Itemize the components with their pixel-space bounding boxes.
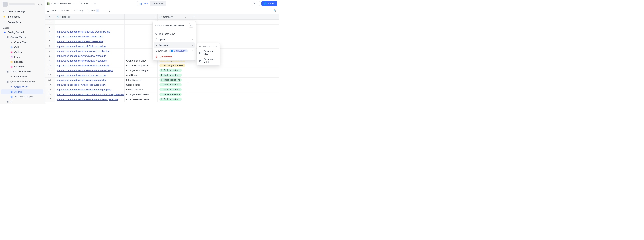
chevron-down-icon[interactable]: ⌄ <box>38 3 39 6</box>
table-row[interactable]: 17https://docs.nocodb.com/table-operatio… <box>45 97 279 102</box>
breadcrumb-base[interactable]: Quick Reference L... <box>53 2 75 5</box>
link[interactable]: https://docs.nocodb.com/views/view-types… <box>56 54 106 57</box>
table-row[interactable]: 16https://docs.nocodb.com/fields/actions… <box>45 92 279 97</box>
tree-d[interactable]: ▦ D <box>1 99 44 104</box>
tree-all-links[interactable]: ▦ All links <box>1 90 44 94</box>
cell-category[interactable]: 3. Table operations <box>158 97 188 102</box>
cell-mid[interactable]: Add Records <box>124 73 158 78</box>
column-header-category[interactable]: ◯ Category ⌄ <box>158 14 188 20</box>
table-row[interactable]: 15https://docs.nocodb.com/table-operatio… <box>45 87 279 92</box>
link[interactable]: https://docs.nocodb.com/views/view-types… <box>56 64 109 67</box>
cell-quicklink[interactable]: https://docs.nocodb.com/records/create-r… <box>55 73 124 78</box>
link[interactable]: https://docs.nocodb.com/bases/create-bas… <box>56 35 103 38</box>
cell-quicklink[interactable] <box>55 20 124 24</box>
cell-quicklink[interactable]: https://docs.nocodb.com/table-operations… <box>55 68 124 72</box>
cell-mid[interactable]: Filter Records <box>124 78 158 82</box>
menu-delete-view[interactable]: 🗑 Delete view <box>154 54 195 59</box>
cell-mid[interactable]: Create Gallery View <box>124 63 158 68</box>
cell-quicklink[interactable]: https://docs.nocodb.com/tables/create-ta… <box>55 39 124 44</box>
menu-download-excel[interactable]: ▦ Download Excel <box>197 56 220 64</box>
cell-category[interactable]: 3. Table operations <box>158 73 188 78</box>
cell-quicklink[interactable]: https://docs.nocodb.com/table-operations… <box>55 97 124 102</box>
cell-quicklink[interactable]: https://docs.nocodb.com/views/view-types… <box>55 54 124 58</box>
table-row[interactable]: 13https://docs.nocodb.com/table-operatio… <box>45 78 279 82</box>
tree-keyboard-shortcuts[interactable]: ▦ Keyboard Shortcuts <box>1 69 44 74</box>
chevron-down-icon[interactable]: ⌄ <box>154 16 156 18</box>
toolbar-more[interactable]: ⋮ <box>108 9 111 12</box>
link[interactable]: https://docs.nocodb.com/fields/actions-o… <box>56 93 124 96</box>
cell-quicklink[interactable] <box>55 24 124 29</box>
cell-mid[interactable]: Sort Records <box>124 82 158 87</box>
tree-quick-ref-links[interactable]: ▦ Quick Reference Links <box>1 79 44 84</box>
toolbar-sort[interactable]: ⇅ Sort 1 <box>88 9 100 12</box>
tab-data[interactable]: ▦ Data <box>137 1 150 6</box>
table-row[interactable]: 11https://docs.nocodb.com/table-operatio… <box>45 68 279 73</box>
cell-mid[interactable]: Group Records <box>124 87 158 92</box>
copy-view-id-button[interactable]: ⧉ <box>189 23 194 28</box>
cell-quicklink[interactable]: https://docs.nocodb.com/fields/fields-ov… <box>55 44 124 48</box>
cell-quicklink[interactable]: https://docs.nocodb.com/table-operations… <box>55 87 124 92</box>
link[interactable]: https://docs.nocodb.com/table-operations… <box>56 84 105 86</box>
toolbar-fields[interactable]: ☰ Fields <box>47 9 57 12</box>
link[interactable]: https://docs.nocodb.com/views/view-types… <box>56 50 110 52</box>
link[interactable]: https://docs.nocodb.com/table-operations… <box>56 79 106 81</box>
column-header-hidden[interactable]: ⌄ <box>124 14 158 20</box>
tree-create-view-3[interactable]: ＋ Create View <box>1 84 44 90</box>
column-header-quicklink[interactable]: 🔗 Quick link <box>55 14 124 20</box>
link[interactable]: https://docs.nocodb.com/views/view-types… <box>56 59 107 62</box>
cell-quicklink[interactable]: https://docs.nocodb.com/table-operations… <box>55 78 124 82</box>
menu-duplicate-view[interactable]: ⧉ Duplicate view <box>154 31 195 37</box>
cell-quicklink[interactable]: https://docs.nocodb.com/fields/actions-o… <box>55 92 124 97</box>
tree-create-view-1[interactable]: ＋ Create View <box>1 40 44 45</box>
link[interactable]: https://docs.nocodb.com/tables/create-ta… <box>56 40 103 43</box>
tab-details[interactable]: ⚙ Details <box>150 1 166 6</box>
cell-category[interactable]: 2. Working with Views <box>158 63 188 68</box>
menu-upload[interactable]: ⤴ Upload › <box>154 37 195 42</box>
toolbar-search[interactable]: 🔍 <box>274 9 276 12</box>
command-k-button[interactable]: ⌘ K <box>252 1 260 6</box>
tree-kanban[interactable]: ▥ Kanban <box>1 59 44 64</box>
refresh-icon[interactable]: ↻ <box>94 2 96 5</box>
share-button[interactable]: 🌐 Share <box>261 1 277 6</box>
cell-category[interactable]: 3. Table operations <box>158 87 188 92</box>
cell-quicklink[interactable]: https://docs.nocodb.com/views/view-types… <box>55 58 124 63</box>
link[interactable]: https://docs.nocodb.com/table-operations… <box>56 98 118 101</box>
cell-category[interactable]: 3. Table operations <box>158 78 188 82</box>
table-row[interactable]: 12https://docs.nocodb.com/records/create… <box>45 73 279 78</box>
menu-view-mode[interactable]: View mode 👥 Collaborative › <box>154 48 195 54</box>
sidebar-team-settings[interactable]: ⚙ Team & Settings <box>0 8 44 14</box>
column-add[interactable]: ＋ <box>188 14 198 20</box>
chevron-down-icon[interactable]: ⌄ <box>90 2 92 5</box>
link[interactable]: https://docs.nocodb.com/table-operations… <box>56 88 111 91</box>
link[interactable]: https://docs.nocodb.com/fields/fields-ov… <box>56 45 106 48</box>
cell-quicklink[interactable]: https://docs.nocodb.com/views/view-types… <box>55 49 124 53</box>
collapse-sidebar-icon[interactable]: « <box>40 3 42 6</box>
toolbar-row-height[interactable]: ↕ <box>104 9 105 12</box>
cell-category[interactable]: 3. Table operations <box>158 68 188 72</box>
cell-mid[interactable]: Change Row Height <box>124 68 158 72</box>
cell-quicklink[interactable]: https://docs.nocodb.com/fields/field-typ… <box>55 29 124 34</box>
menu-download-csv[interactable]: ▦ Download CSV <box>197 49 220 56</box>
link[interactable]: https://docs.nocodb.com/records/create-r… <box>56 74 106 76</box>
sidebar-integrations[interactable]: ⚡ Integrations <box>0 14 44 19</box>
tree-gallery[interactable]: ▣ Gallery <box>1 50 44 54</box>
sidebar-create-base[interactable]: ＋ Create Base <box>0 19 44 25</box>
tree-getting-started[interactable]: ◆ Getting Started <box>1 30 44 35</box>
tree-form[interactable]: ▤ Form <box>1 54 44 59</box>
tree-grid[interactable]: ▦ Grid <box>1 45 44 50</box>
link[interactable]: https://docs.nocodb.com/table-operations… <box>56 69 113 72</box>
cell-category[interactable]: 3. Table operations <box>158 82 188 87</box>
chevron-down-icon[interactable]: ⌄ <box>184 16 186 18</box>
toolbar-filter[interactable]: ▽ Filter <box>61 9 70 12</box>
toolbar-group[interactable]: ▭ Group <box>73 9 84 12</box>
cell-quicklink[interactable]: https://docs.nocodb.com/table-operations… <box>55 82 124 87</box>
tree-create-view-2[interactable]: ＋ Create View <box>1 74 44 79</box>
menu-download[interactable]: ⤵ Download › <box>154 42 195 48</box>
cell-mid[interactable]: Change Fields Width <box>124 92 158 97</box>
tree-sample-views[interactable]: ▦ Sample Views <box>1 35 44 40</box>
cell-quicklink[interactable]: https://docs.nocodb.com/views/view-types… <box>55 63 124 68</box>
breadcrumb-view[interactable]: All links <box>80 2 89 5</box>
tree-all-links-grouped[interactable]: ▦ All Links Grouped <box>1 94 44 99</box>
cell-category[interactable]: 3. Table operations <box>158 92 188 97</box>
link[interactable]: https://docs.nocodb.com/fields/field-typ… <box>56 30 110 33</box>
